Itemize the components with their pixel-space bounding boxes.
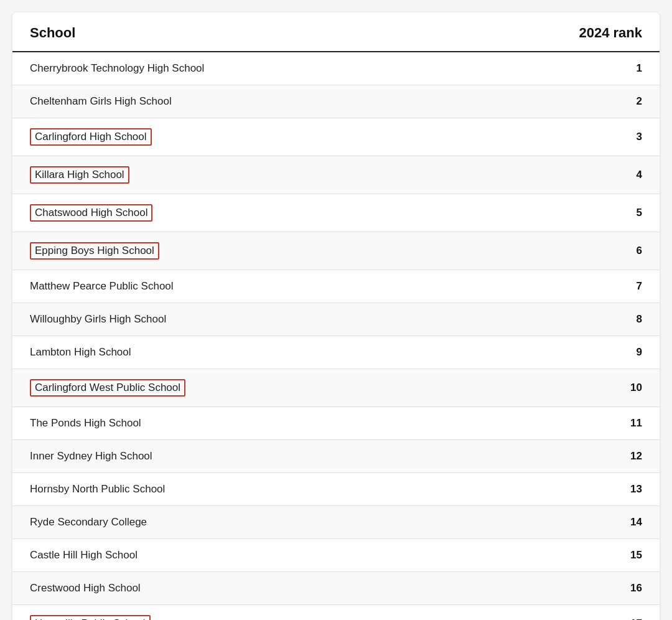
- rank-column-header: 2024 rank: [453, 12, 660, 52]
- table-row: Crestwood High School16: [12, 572, 660, 605]
- rank-cell: 14: [453, 506, 660, 539]
- rank-cell: 12: [453, 440, 660, 473]
- school-name-cell: Carlingford West Public School: [12, 369, 453, 407]
- rankings-table-container: School 2024 rank Cherrybrook Technology …: [12, 12, 660, 620]
- table-row: Cherrybrook Technology High School1: [12, 52, 660, 85]
- school-name-cell: Epping Boys High School: [12, 232, 453, 270]
- school-name: Chatswood High School: [30, 204, 152, 222]
- rank-cell: 5: [453, 194, 660, 232]
- rank-cell: 8: [453, 303, 660, 336]
- rank-cell: 9: [453, 336, 660, 369]
- school-name-cell: Lambton High School: [12, 336, 453, 369]
- rank-cell: 17: [453, 605, 660, 621]
- school-name: Killara High School: [30, 166, 129, 184]
- school-name-cell: Matthew Pearce Public School: [12, 270, 453, 303]
- school-name-cell: Ryde Secondary College: [12, 506, 453, 539]
- school-name: Inner Sydney High School: [30, 450, 152, 463]
- table-row: Castle Hill High School15: [12, 539, 660, 572]
- school-name-cell: The Ponds High School: [12, 407, 453, 440]
- school-name: Lambton High School: [30, 346, 131, 359]
- table-row: Cheltenham Girls High School2: [12, 85, 660, 118]
- rank-cell: 7: [453, 270, 660, 303]
- school-name: Cheltenham Girls High School: [30, 95, 172, 108]
- rank-cell: 15: [453, 539, 660, 572]
- school-name-cell: Cherrybrook Technology High School: [12, 52, 453, 85]
- school-name: Hurstville Public School: [30, 615, 151, 620]
- school-name-cell: Carlingford High School: [12, 118, 453, 156]
- rank-cell: 16: [453, 572, 660, 605]
- table-row: Killara High School4: [12, 156, 660, 194]
- table-row: Matthew Pearce Public School7: [12, 270, 660, 303]
- school-name: Ryde Secondary College: [30, 516, 147, 528]
- school-name: Crestwood High School: [30, 582, 141, 594]
- table-row: Carlingford West Public School10: [12, 369, 660, 407]
- rank-cell: 11: [453, 407, 660, 440]
- school-name-cell: Inner Sydney High School: [12, 440, 453, 473]
- school-name: Carlingford High School: [30, 128, 152, 146]
- table-header-row: School 2024 rank: [12, 12, 660, 52]
- rank-cell: 1: [453, 52, 660, 85]
- rank-cell: 10: [453, 369, 660, 407]
- table-row: Epping Boys High School6: [12, 232, 660, 270]
- school-name: Willoughby Girls High School: [30, 313, 166, 326]
- table-row: Lambton High School9: [12, 336, 660, 369]
- school-column-header: School: [12, 12, 453, 52]
- school-name-cell: Crestwood High School: [12, 572, 453, 605]
- table-row: Chatswood High School5: [12, 194, 660, 232]
- school-name: Carlingford West Public School: [30, 379, 185, 397]
- rank-cell: 6: [453, 232, 660, 270]
- table-row: Carlingford High School3: [12, 118, 660, 156]
- table-row: Inner Sydney High School12: [12, 440, 660, 473]
- school-name: Epping Boys High School: [30, 242, 159, 260]
- rank-cell: 2: [453, 85, 660, 118]
- school-name-cell: Hurstville Public School: [12, 605, 453, 621]
- school-name: Matthew Pearce Public School: [30, 280, 174, 293]
- school-name: Cherrybrook Technology High School: [30, 62, 204, 75]
- school-name-cell: Castle Hill High School: [12, 539, 453, 572]
- school-name: The Ponds High School: [30, 417, 141, 430]
- school-name-cell: Killara High School: [12, 156, 453, 194]
- rankings-table: School 2024 rank Cherrybrook Technology …: [12, 12, 660, 620]
- table-row: Willoughby Girls High School8: [12, 303, 660, 336]
- table-row: Ryde Secondary College14: [12, 506, 660, 539]
- rank-cell: 4: [453, 156, 660, 194]
- school-name: Hornsby North Public School: [30, 483, 165, 496]
- school-name: Castle Hill High School: [30, 549, 138, 561]
- table-row: The Ponds High School11: [12, 407, 660, 440]
- rank-cell: 3: [453, 118, 660, 156]
- rank-cell: 13: [453, 473, 660, 506]
- table-row: Hurstville Public School17: [12, 605, 660, 621]
- school-name-cell: Hornsby North Public School: [12, 473, 453, 506]
- school-name-cell: Willoughby Girls High School: [12, 303, 453, 336]
- school-name-cell: Cheltenham Girls High School: [12, 85, 453, 118]
- table-row: Hornsby North Public School13: [12, 473, 660, 506]
- school-name-cell: Chatswood High School: [12, 194, 453, 232]
